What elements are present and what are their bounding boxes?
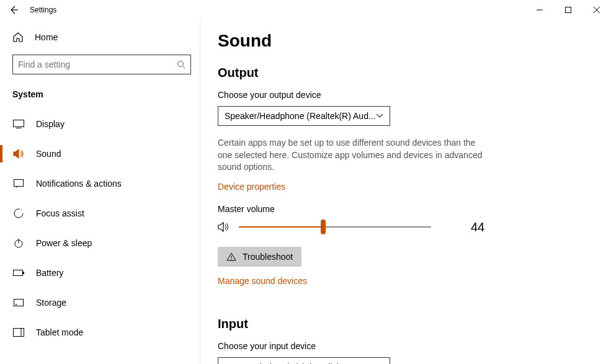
output-device-label: Choose your output device — [218, 90, 611, 100]
sidebar-item-battery[interactable]: Battery — [0, 258, 200, 288]
tablet-icon — [12, 328, 25, 337]
sidebar-home-label: Home — [35, 32, 58, 42]
svg-rect-6 — [23, 272, 24, 274]
sidebar-item-tablet-mode[interactable]: Tablet mode — [0, 317, 200, 347]
arrow-left-icon — [9, 5, 19, 15]
volume-slider-fill — [239, 226, 323, 228]
minimize-button[interactable] — [525, 0, 554, 20]
main-content: Sound Output Choose your output device S… — [200, 20, 611, 364]
sidebar-item-storage[interactable]: Storage — [0, 288, 200, 317]
warning-icon — [226, 252, 236, 261]
volume-slider-thumb[interactable] — [321, 220, 326, 234]
titlebar: Settings — [0, 0, 611, 20]
device-properties-link[interactable]: Device properties — [218, 182, 285, 192]
chevron-down-icon — [376, 113, 383, 118]
svg-rect-5 — [14, 270, 23, 276]
search-icon — [177, 60, 185, 69]
sidebar-item-label: Notifications & actions — [36, 179, 122, 189]
troubleshoot-label: Troubleshoot — [243, 252, 293, 262]
svg-rect-7 — [14, 300, 24, 306]
output-heading: Output — [218, 66, 611, 80]
svg-rect-2 — [14, 120, 24, 127]
sidebar-item-label: Tablet mode — [36, 327, 83, 337]
minimize-icon — [537, 7, 543, 13]
svg-rect-9 — [14, 329, 24, 337]
svg-point-1 — [178, 61, 184, 67]
sidebar-item-label: Power & sleep — [36, 238, 92, 248]
storage-icon — [12, 299, 25, 306]
search-container — [0, 52, 200, 81]
volume-value: 44 — [471, 220, 484, 234]
volume-slider-row: 44 — [218, 220, 611, 234]
home-icon — [12, 32, 24, 43]
focus-assist-icon — [12, 208, 25, 218]
sidebar-item-display[interactable]: Display — [0, 109, 200, 139]
svg-rect-3 — [14, 179, 24, 186]
sidebar-item-label: Sound — [36, 149, 61, 159]
search-input[interactable] — [18, 60, 177, 69]
manage-sound-devices-link[interactable]: Manage sound devices — [218, 276, 307, 286]
troubleshoot-button[interactable]: Troubleshoot — [218, 247, 301, 267]
notifications-icon — [12, 179, 25, 189]
close-button[interactable] — [582, 0, 611, 20]
close-icon — [594, 7, 600, 13]
maximize-icon — [565, 7, 571, 13]
sidebar: Home System Display Sound Notifi — [0, 20, 200, 364]
sidebar-item-focus-assist[interactable]: Focus assist — [0, 198, 200, 228]
volume-slider[interactable] — [239, 226, 431, 228]
battery-icon — [12, 270, 25, 276]
sidebar-home[interactable]: Home — [0, 22, 200, 52]
sidebar-item-label: Storage — [36, 298, 66, 308]
display-icon — [12, 120, 25, 128]
sound-icon — [12, 149, 25, 159]
input-device-label: Choose your input device — [218, 341, 611, 351]
maximize-button[interactable] — [554, 0, 582, 20]
page-title: Sound — [218, 31, 611, 51]
svg-point-8 — [16, 304, 17, 305]
sidebar-item-power-sleep[interactable]: Power & sleep — [0, 228, 200, 258]
master-volume-label: Master volume — [218, 204, 611, 214]
sidebar-section-heading: System — [0, 81, 200, 104]
speaker-icon[interactable] — [218, 221, 230, 233]
window-controls — [525, 0, 611, 20]
sidebar-item-label: Focus assist — [36, 208, 84, 218]
power-icon — [12, 238, 25, 248]
sidebar-nav: Display Sound Notifications & actions Fo… — [0, 104, 200, 347]
search-box[interactable] — [12, 55, 191, 74]
input-heading: Input — [218, 317, 611, 331]
back-button[interactable] — [0, 0, 27, 20]
sidebar-item-notifications[interactable]: Notifications & actions — [0, 169, 200, 198]
sidebar-item-sound[interactable]: Sound — [0, 139, 200, 169]
sidebar-item-label: Battery — [36, 268, 63, 278]
window-title: Settings — [27, 6, 56, 14]
content-container: Home System Display Sound Notifi — [0, 20, 611, 364]
output-device-dropdown[interactable]: Speaker/Headphone (Realtek(R) Aud... — [218, 106, 390, 126]
input-device-dropdown[interactable]: Stereo Mix (Realtek(R) Audio) — [218, 357, 390, 364]
output-info-text: Certain apps may be set up to use differ… — [218, 137, 491, 174]
svg-point-10 — [231, 259, 232, 260]
output-device-value: Speaker/Headphone (Realtek(R) Aud... — [225, 111, 376, 121]
svg-rect-0 — [566, 7, 571, 13]
sidebar-item-label: Display — [36, 119, 65, 129]
